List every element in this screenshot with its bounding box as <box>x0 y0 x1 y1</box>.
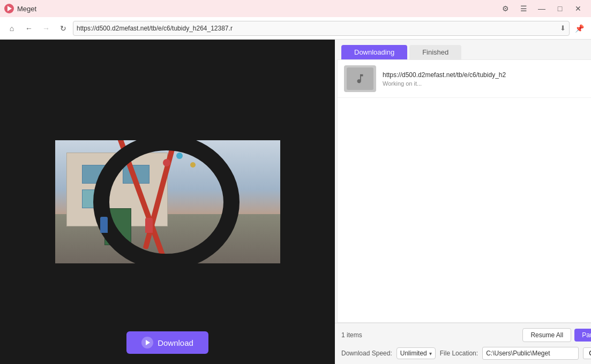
home-button[interactable]: ⌂ <box>4 21 19 36</box>
tab-downloading[interactable]: Downloading <box>341 45 407 59</box>
change-button[interactable]: Change <box>583 347 591 359</box>
download-button-label: Download <box>158 338 193 347</box>
maximize-button[interactable]: □ <box>551 0 568 17</box>
action-buttons: Resume All Pause All <box>522 328 591 343</box>
minimize-button[interactable]: — <box>533 0 550 17</box>
file-location-input[interactable] <box>482 347 579 360</box>
bottom-bar: 1 items Resume All Pause All Download Sp… <box>335 323 591 364</box>
item-url: https://d500.d2mefast.net/tb/e/c6/tubidy… <box>383 71 591 79</box>
download-speed-label: Download Speed: <box>341 350 392 357</box>
menu-button[interactable]: ☰ <box>515 0 532 17</box>
item-info: https://d500.d2mefast.net/tb/e/c6/tubidy… <box>383 71 591 87</box>
settings-button[interactable]: ⚙ <box>497 0 514 17</box>
title-bar: Meget ⚙ ☰ — □ ✕ <box>0 0 591 17</box>
close-button[interactable]: ✕ <box>570 0 587 17</box>
speed-select[interactable]: Unlimited ▾ <box>397 347 436 359</box>
forward-button[interactable]: → <box>39 21 54 36</box>
file-location-label: File Location: <box>440 350 478 357</box>
bike-scene <box>55 140 280 263</box>
main-content: Download Downloading Finished ht <box>0 40 591 364</box>
download-indicator-icon[interactable]: ⬇ <box>560 24 566 32</box>
right-panel: Downloading Finished https://d500.d2mefa… <box>335 40 591 364</box>
music-icon-bg <box>347 67 373 90</box>
bottom-bar-row1: 1 items Resume All Pause All <box>341 328 591 343</box>
window-controls: ⚙ ☰ — □ ✕ <box>497 0 587 17</box>
browser-panel: Download <box>0 40 335 364</box>
items-count: 1 items <box>341 331 362 339</box>
pin-button[interactable]: 📌 <box>572 21 587 36</box>
nav-bar: ⌂ ← → ↻ ⬇ 📌 <box>0 17 591 40</box>
download-button[interactable]: Download <box>126 331 208 354</box>
svg-marker-1 <box>146 340 150 345</box>
pause-all-button[interactable]: Pause All <box>574 329 591 342</box>
svg-marker-0 <box>8 6 12 11</box>
video-thumbnail <box>55 140 280 263</box>
app-title: Meget <box>17 5 497 13</box>
speed-select-value: Unlimited <box>400 350 427 357</box>
download-area: Download <box>0 321 335 364</box>
tabs-bar: Downloading Finished <box>335 40 591 59</box>
address-bar: ⬇ <box>73 21 570 36</box>
download-btn-icon <box>141 337 153 348</box>
refresh-button[interactable]: ↻ <box>56 21 71 36</box>
bottom-bar-row2: Download Speed: Unlimited ▾ File Locatio… <box>341 347 591 360</box>
back-button[interactable]: ← <box>21 21 36 36</box>
app-icon <box>4 4 14 13</box>
resume-all-button[interactable]: Resume All <box>522 328 571 342</box>
item-thumbnail <box>344 65 376 92</box>
download-item: https://d500.d2mefast.net/tb/e/c6/tubidy… <box>338 60 591 98</box>
tab-finished[interactable]: Finished <box>409 45 461 59</box>
address-input[interactable] <box>77 25 558 32</box>
item-status: Working on it... <box>383 80 591 87</box>
download-list: https://d500.d2mefast.net/tb/e/c6/tubidy… <box>337 59 591 323</box>
speed-select-arrow-icon: ▾ <box>429 351 432 357</box>
